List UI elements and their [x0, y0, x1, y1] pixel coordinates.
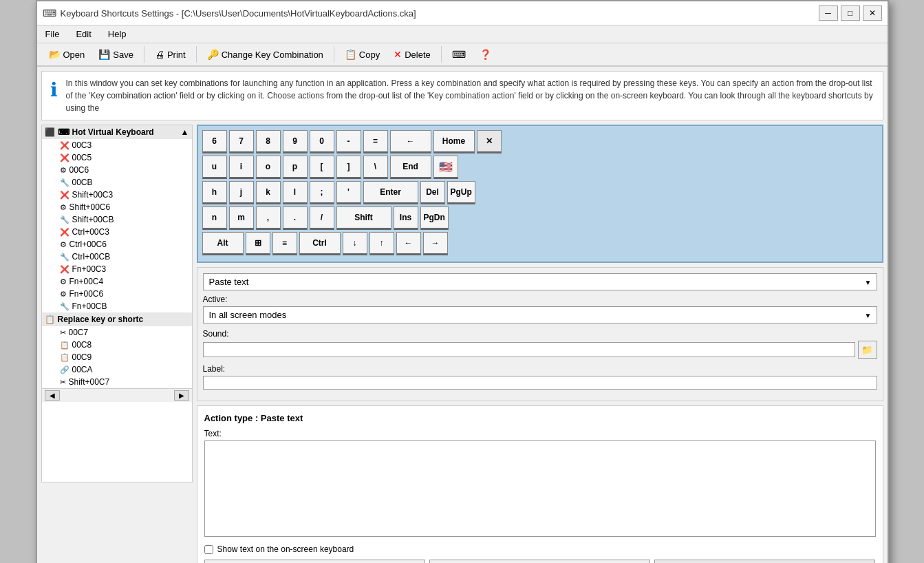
app-icon: ⌨	[43, 8, 56, 19]
tree-item-ctrl-00c3[interactable]: ❌ Ctrl+00C3	[56, 226, 192, 238]
key-end[interactable]: End	[390, 156, 431, 179]
sidebar[interactable]: ⬛ ⌨ Hot Virtual Keyboard ▲ ❌ 00C3 ❌ 00C5…	[41, 125, 193, 482]
open-icon: 📂	[49, 49, 61, 60]
keyboard-button[interactable]: ⌨	[446, 46, 472, 63]
key-up[interactable]: ↑	[369, 232, 394, 255]
item-icon-shift-00c7: ✂	[60, 378, 66, 387]
key-6[interactable]: 6	[202, 130, 227, 153]
key-0[interactable]: 0	[310, 130, 334, 153]
key-slash[interactable]: /	[310, 206, 334, 230]
key-flag[interactable]: 🇺🇸	[433, 156, 458, 179]
close-button[interactable]: ✕	[863, 6, 882, 21]
tree-item-00ca[interactable]: 🔗 00CA	[56, 363, 192, 376]
keyboard-row-3: h j k l ; ' Enter Del PgUp	[202, 181, 878, 204]
key-9[interactable]: 9	[283, 130, 308, 153]
insert-tag-button[interactable]: 🔖 Insert Tag	[204, 560, 425, 563]
help-button[interactable]: ❓	[473, 46, 497, 63]
key-quote[interactable]: '	[336, 181, 361, 204]
tree-item-00cb[interactable]: 🔧 00CB	[56, 176, 192, 189]
key-down[interactable]: ↓	[343, 232, 367, 255]
key-shift[interactable]: Shift	[336, 206, 391, 230]
key-lbracket[interactable]: [	[310, 156, 334, 179]
copy-button[interactable]: 📋 Copy	[339, 46, 386, 63]
bottom-form: Paste text (None) Hot Virtual Keyboard a…	[197, 267, 883, 401]
key-home[interactable]: Home	[433, 130, 475, 153]
key-left[interactable]: ←	[396, 232, 421, 255]
show-text-checkbox[interactable]	[204, 545, 213, 554]
tree-item-fn-00c4[interactable]: ⚙ Fn+00C4	[56, 275, 192, 288]
sound-browse-button[interactable]: 📁	[858, 341, 877, 359]
tree-item-00c9[interactable]: 📋 00C9	[56, 351, 192, 363]
sidebar-group-hvk[interactable]: ⬛ ⌨ Hot Virtual Keyboard ▲	[42, 125, 192, 139]
key-backslash[interactable]: \	[363, 156, 388, 179]
key-close[interactable]: ✕	[477, 130, 502, 153]
key-l[interactable]: l	[283, 181, 308, 204]
sidebar-scroll-left[interactable]: ◀	[45, 390, 60, 401]
key-menu[interactable]: ≡	[272, 232, 297, 255]
menu-edit[interactable]: Edit	[73, 28, 94, 41]
tree-item-ctrl-00c6[interactable]: ⚙ Ctrl+00C6	[56, 238, 192, 251]
sidebar-group-replace[interactable]: 📋 Replace key or shortc	[42, 312, 192, 326]
key-semicolon[interactable]: ;	[310, 181, 334, 204]
key-ctrl[interactable]: Ctrl	[299, 232, 341, 255]
print-button[interactable]: 🖨 Print	[149, 46, 192, 63]
key-o[interactable]: o	[256, 156, 281, 179]
key-m[interactable]: m	[229, 206, 254, 230]
key-n[interactable]: n	[202, 206, 227, 230]
encrypt-data-button[interactable]: 🔒 Encrypt Data	[429, 560, 650, 563]
key-right[interactable]: →	[423, 232, 448, 255]
key-comma[interactable]: ,	[256, 206, 281, 230]
action-type-select[interactable]: Paste text (None) Hot Virtual Keyboard a…	[203, 273, 877, 290]
tree-item-00c7[interactable]: ✂ 00C7	[56, 326, 192, 339]
keyboard-area: 6 7 8 9 0 - = ← Home ✕ u i o p [	[197, 125, 883, 263]
key-k[interactable]: k	[256, 181, 281, 204]
change-key-button[interactable]: 🔑 Change Key Combination	[201, 46, 330, 63]
key-alt[interactable]: Alt	[202, 232, 244, 255]
key-pgdn[interactable]: PgDn	[420, 206, 449, 230]
group-expand-icon: ⬛	[45, 127, 55, 137]
tree-item-shift-00cb[interactable]: 🔧 Shift+00CB	[56, 213, 192, 226]
key-j[interactable]: j	[229, 181, 254, 204]
key-del[interactable]: Del	[420, 181, 445, 204]
key-p[interactable]: p	[283, 156, 308, 179]
tree-item-00c3[interactable]: ❌ 00C3	[56, 139, 192, 151]
item-icon-00c9: 📋	[60, 353, 69, 362]
sound-input[interactable]	[203, 342, 855, 357]
key-8[interactable]: 8	[256, 130, 281, 153]
text-textarea[interactable]	[204, 440, 876, 537]
delete-button[interactable]: ✕ Delete	[387, 46, 437, 63]
tree-item-ctrl-00cb[interactable]: 🔧 Ctrl+00CB	[56, 251, 192, 263]
key-rbracket[interactable]: ]	[336, 156, 361, 179]
key-enter[interactable]: Enter	[363, 181, 418, 204]
tree-item-00c8[interactable]: 📋 00C8	[56, 339, 192, 351]
minimize-button[interactable]: ─	[819, 6, 838, 21]
tree-item-00c6[interactable]: ⚙ 00C6	[56, 164, 192, 176]
key-equals[interactable]: =	[363, 130, 388, 153]
tree-item-fn-00c6[interactable]: ⚙ Fn+00C6	[56, 288, 192, 300]
key-pgup[interactable]: PgUp	[447, 181, 475, 204]
tree-item-fn-00c3[interactable]: ❌ Fn+00C3	[56, 263, 192, 275]
key-h[interactable]: h	[202, 181, 227, 204]
menu-help[interactable]: Help	[105, 28, 129, 41]
open-button[interactable]: 📂 Open	[43, 46, 92, 63]
tree-item-shift-00c7[interactable]: ✂ Shift+00C7	[56, 376, 192, 388]
tree-item-shift-00c3[interactable]: ❌ Shift+00C3	[56, 189, 192, 201]
label-input[interactable]	[203, 376, 877, 390]
save-button[interactable]: 💾 Save	[92, 46, 140, 63]
key-i[interactable]: i	[229, 156, 254, 179]
key-win[interactable]: ⊞	[246, 232, 270, 255]
active-select[interactable]: In all screen modes Only in fullscreen m…	[203, 306, 877, 323]
tree-item-fn-00cb[interactable]: 🔧 Fn+00CB	[56, 300, 192, 312]
key-ins[interactable]: Ins	[394, 206, 418, 230]
sidebar-scroll-right[interactable]: ▶	[174, 390, 189, 401]
key-backspace[interactable]: ←	[390, 130, 431, 153]
key-period[interactable]: .	[283, 206, 308, 230]
tree-item-00c5[interactable]: ❌ 00C5	[56, 151, 192, 164]
maximize-button[interactable]: □	[841, 6, 860, 21]
key-u[interactable]: u	[202, 156, 227, 179]
toolbar-separator-4	[441, 46, 442, 63]
key-minus[interactable]: -	[336, 130, 361, 153]
menu-file[interactable]: File	[43, 28, 63, 41]
key-7[interactable]: 7	[229, 130, 254, 153]
tree-item-shift-00c6[interactable]: ⚙ Shift+00C6	[56, 201, 192, 213]
